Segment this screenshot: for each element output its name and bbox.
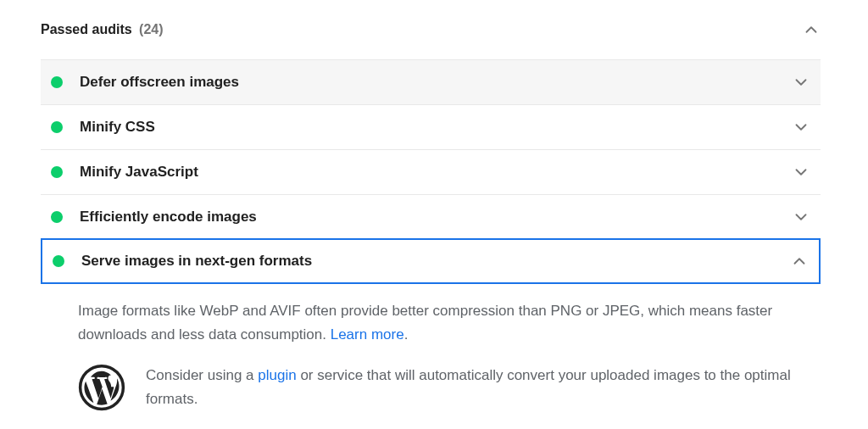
learn-more-link[interactable]: Learn more [331, 326, 404, 343]
status-pass-icon [53, 255, 64, 267]
audit-description: Image formats like WebP and AVIF often p… [78, 299, 810, 347]
audit-label: Serve images in next-gen formats [81, 253, 312, 270]
wordpress-icon [78, 364, 125, 411]
platform-recommendation: Consider using a plugin or service that … [78, 347, 810, 411]
status-pass-icon [51, 211, 63, 223]
audit-row-minify-css[interactable]: Minify CSS [41, 104, 821, 149]
platform-recommendation-text: Consider using a plugin or service that … [146, 364, 810, 411]
chevron-up-icon [802, 20, 821, 39]
audit-description-text: Image formats like WebP and AVIF often p… [78, 303, 772, 343]
audit-label: Minify CSS [80, 119, 155, 136]
chevron-up-icon [790, 252, 809, 270]
audit-description-tail: . [404, 326, 409, 343]
audit-row-defer-offscreen-images[interactable]: Defer offscreen images [41, 59, 821, 104]
status-pass-icon [51, 166, 63, 178]
audit-row-serve-images-nextgen[interactable]: Serve images in next-gen formats [41, 238, 821, 284]
chevron-down-icon [792, 118, 810, 136]
section-title: Passed audits [41, 22, 132, 36]
audit-label: Efficiently encode images [80, 209, 257, 226]
chevron-down-icon [792, 73, 810, 92]
audit-row-minify-javascript[interactable]: Minify JavaScript [41, 149, 821, 194]
audit-label: Minify JavaScript [80, 164, 198, 181]
status-pass-icon [51, 76, 63, 88]
passed-audits-section-header[interactable]: Passed audits (24) [41, 17, 821, 59]
audit-label: Defer offscreen images [80, 74, 239, 91]
section-count: (24) [139, 22, 163, 36]
plugin-link[interactable]: plugin [258, 367, 296, 383]
status-pass-icon [51, 121, 63, 133]
audit-detail-serve-images-nextgen: Image formats like WebP and AVIF often p… [41, 284, 821, 421]
chevron-down-icon [792, 163, 810, 181]
platform-tip-a: Consider using a [146, 367, 258, 383]
chevron-down-icon [792, 208, 810, 226]
audit-row-efficiently-encode-images[interactable]: Efficiently encode images [41, 194, 821, 239]
